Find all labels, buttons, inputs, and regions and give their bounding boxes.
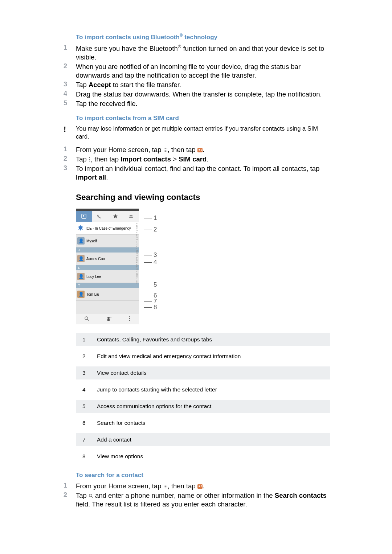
- step: 1 Make sure you have the Bluetooth® func…: [76, 44, 330, 62]
- svg-text:+: +: [110, 316, 111, 319]
- contact-name: Lucy Lee: [86, 275, 101, 279]
- svg-point-6: [164, 151, 164, 152]
- legend-num: 8: [82, 453, 97, 460]
- callouts: 1 2 3 4 5 6 7 8: [139, 209, 157, 311]
- legend-text: Contacts, Calling, Favourites and Groups…: [97, 336, 212, 343]
- step-text: To import an individual contact, find an…: [76, 164, 330, 182]
- callout-3: 3: [154, 251, 157, 259]
- step-number: 1: [64, 482, 76, 489]
- callout-5: 5: [154, 281, 157, 288]
- contact-name: James Gao: [86, 257, 105, 261]
- legend-num: 1: [82, 336, 97, 343]
- legend-num: 3: [82, 370, 97, 376]
- svg-point-31: [167, 485, 167, 485]
- ice-row: ICE - In Case of Emergency: [76, 222, 139, 235]
- step-text: From your Home screen, tap , then tap .: [76, 482, 204, 491]
- alphabet-scroller: ABCDEFGHIJKLMNOPQRSTUVWXYZ#: [135, 222, 138, 284]
- svg-point-34: [167, 486, 167, 487]
- svg-point-33: [165, 486, 166, 487]
- legend-text: Add a contact: [97, 436, 131, 443]
- bluetooth-heading: To import contacts using Bluetooth® tech…: [76, 33, 330, 41]
- step-text: Tap , then tap Import contacts > SIM car…: [76, 155, 208, 164]
- svg-point-14: [89, 159, 90, 160]
- bold-term: Search contacts: [275, 492, 327, 499]
- search-icon: [89, 493, 93, 500]
- page: To import contacts using Bluetooth® tech…: [0, 0, 392, 554]
- contact-james-row: 👤 James Gao: [76, 253, 139, 265]
- svg-rect-11: [201, 149, 202, 149]
- search-viewing-heading: Searching and viewing contacts: [76, 193, 330, 202]
- contacts-tab-icon: [76, 211, 92, 222]
- step-number: 4: [64, 90, 76, 98]
- svg-point-17: [83, 215, 84, 217]
- svg-line-43: [91, 496, 93, 498]
- legend-row: 7Add a contact: [76, 433, 330, 450]
- legend-row: 5Access communication options for the co…: [76, 400, 330, 416]
- legend-text: View contact details: [97, 370, 147, 376]
- legend-text: Search for contacts: [97, 420, 146, 426]
- tabs-bar: [76, 211, 139, 222]
- step-number: 2: [64, 155, 76, 163]
- svg-point-37: [167, 488, 167, 488]
- contacts-icon: [197, 147, 203, 154]
- avatar-icon: 👤: [77, 255, 85, 262]
- registered-mark: ®: [180, 33, 183, 38]
- phone-mock: ICE - In Case of Emergency 👤 Myself J 👤 …: [76, 209, 139, 324]
- contacts-icon: [197, 483, 203, 490]
- avatar-icon: 👤: [77, 237, 85, 245]
- step-number: 2: [64, 491, 76, 499]
- svg-point-1: [165, 148, 166, 149]
- step-number: 2: [64, 62, 76, 70]
- legend-text: View more options: [97, 453, 143, 460]
- legend-text: Jump to contacts starting with the selec…: [97, 386, 217, 393]
- legend-row: 8View more options: [76, 450, 330, 467]
- svg-rect-20: [129, 217, 133, 218]
- step-number: 5: [64, 99, 76, 107]
- bold-term: Import all: [76, 173, 106, 181]
- svg-point-42: [89, 494, 92, 497]
- callout-8: 8: [154, 304, 157, 311]
- svg-line-22: [87, 319, 89, 321]
- step: 1 From your Home screen, tap , then tap …: [76, 145, 330, 154]
- search-contact-heading: To search for a contact: [76, 472, 330, 479]
- step: 3 Tap Accept to start the file transfer.: [76, 81, 330, 89]
- svg-point-32: [164, 486, 164, 487]
- contact-tom-row: 👤 Tom Liu: [76, 288, 139, 301]
- svg-point-4: [165, 150, 166, 151]
- svg-point-26: [129, 316, 130, 317]
- step-text: Tap Accept to start the file transfer.: [76, 81, 181, 89]
- contact-lucy-row: 👤 Lucy Lee: [76, 270, 139, 283]
- svg-point-5: [167, 150, 167, 151]
- svg-point-3: [164, 150, 164, 151]
- apps-grid-icon: [163, 147, 168, 154]
- svg-point-10: [199, 149, 200, 151]
- contact-name: Tom Liu: [86, 292, 99, 296]
- legend-row: 4Jump to contacts starting with the sele…: [76, 383, 330, 400]
- empty-space: [76, 301, 139, 314]
- svg-point-13: [89, 157, 90, 158]
- svg-rect-12: [201, 150, 202, 151]
- bold-term: Import contacts: [121, 155, 171, 163]
- ice-label: ICE - In Case of Emergency: [86, 226, 131, 230]
- sim-heading: To import contacts from a SIM card: [76, 115, 330, 122]
- step-text: Make sure you have the Bluetooth® functi…: [76, 44, 330, 62]
- svg-point-8: [167, 151, 167, 152]
- legend-row: 6Search for contacts: [76, 416, 330, 433]
- step: 2 Tap and enter a phone number, name or …: [76, 491, 330, 509]
- warning-text: You may lose information or get multiple…: [76, 125, 330, 140]
- search-contact-steps: 1 From your Home screen, tap , then tap …: [76, 482, 330, 509]
- legend-num: 7: [82, 436, 97, 443]
- step-number: 1: [64, 145, 76, 153]
- registered-mark: ®: [178, 44, 181, 49]
- legend-row: 3View contact details: [76, 366, 330, 383]
- legend-num: 4: [82, 386, 97, 393]
- svg-point-28: [129, 320, 130, 321]
- legend-row: 1Contacts, Calling, Favourites and Group…: [76, 333, 330, 350]
- legend-num: 6: [82, 420, 97, 426]
- callout-4: 4: [154, 259, 157, 266]
- contacts-screenshot-diagram: ICE - In Case of Emergency 👤 Myself J 👤 …: [76, 209, 330, 324]
- warning-row: ! You may lose information or get multip…: [76, 125, 330, 140]
- step-number: 1: [64, 44, 76, 52]
- section-index-l: L: [76, 265, 139, 270]
- svg-rect-24: [107, 319, 110, 321]
